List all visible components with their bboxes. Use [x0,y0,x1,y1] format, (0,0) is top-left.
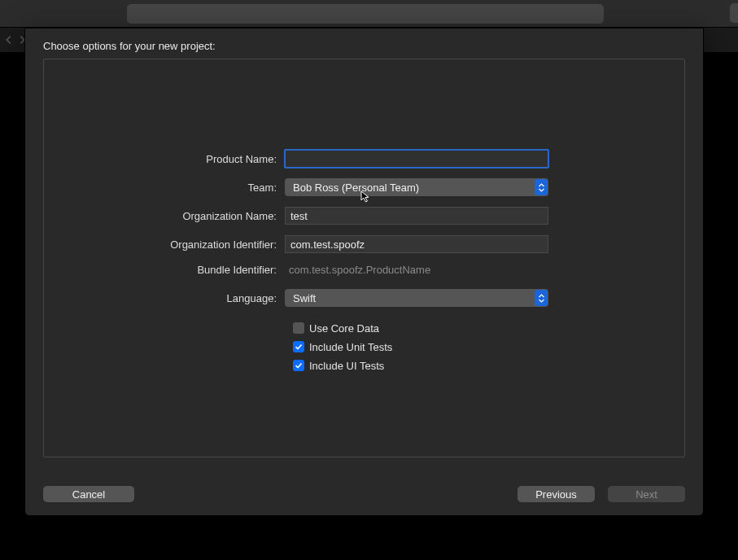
org-identifier-label: Organization Identifier: [44,238,285,251]
include-ui-tests-label: Include UI Tests [309,360,384,372]
previous-button[interactable]: Previous [517,486,595,502]
new-project-dialog: Choose options for your new project: Pro… [24,28,704,516]
include-unit-tests-label: Include Unit Tests [309,341,392,353]
chevron-left-icon [3,34,15,46]
org-identifier-input[interactable] [285,235,548,253]
popup-stepper-icon [535,179,548,195]
language-popup-value: Swift [285,292,535,304]
dialog-footer: Cancel Previous Next [43,486,685,502]
window-root: Choose options for your new project: Pro… [0,0,738,560]
dialog-title: Choose options for your new project: [25,28,703,59]
team-label: Team: [44,182,285,194]
include-unit-tests-checkbox[interactable] [293,341,304,352]
product-name-input[interactable] [284,149,549,168]
org-name-input[interactable] [285,207,548,225]
next-button: Next [608,486,685,502]
use-core-data-checkbox[interactable] [293,322,304,334]
dialog-body: Product Name: Team: Bob Ross (Personal T… [43,59,685,457]
team-popup[interactable]: Bob Ross (Personal Team) [285,178,548,196]
address-bar[interactable] [127,4,604,24]
toolbar-right-stub [730,3,738,23]
check-icon [295,343,303,351]
check-icon [295,361,303,370]
org-name-label: Organization Name: [44,210,285,222]
team-popup-value: Bob Ross (Personal Team) [285,182,535,194]
language-label: Language: [44,292,285,304]
language-popup[interactable]: Swift [285,289,548,307]
product-name-label: Product Name: [44,153,285,165]
popup-stepper-icon [535,290,548,306]
bundle-identifier-value: com.test.spoofz.ProductName [285,264,430,276]
project-options-form: Product Name: Team: Bob Ross (Personal T… [44,149,684,375]
toolbar [0,0,738,28]
cancel-button[interactable]: Cancel [43,486,134,502]
include-ui-tests-checkbox[interactable] [293,360,304,371]
use-core-data-label: Use Core Data [309,322,379,335]
bundle-identifier-label: Bundle Identifier: [44,264,285,276]
